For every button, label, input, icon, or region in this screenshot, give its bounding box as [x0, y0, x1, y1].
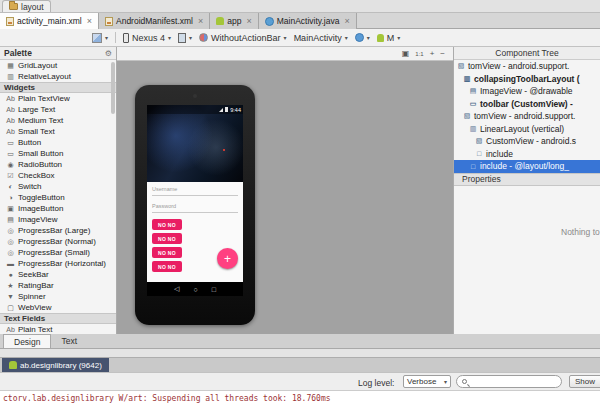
- log-level-select[interactable]: Verbose ▾: [403, 375, 451, 388]
- design-canvas: ▣ 1:1 + − 9:44: [117, 47, 453, 334]
- close-icon[interactable]: ×: [87, 16, 92, 26]
- palette-item-relativelayout[interactable]: ▥RelativeLayout: [0, 71, 116, 82]
- zoom-in-icon[interactable]: +: [430, 49, 435, 58]
- search-input[interactable]: [470, 377, 556, 386]
- chevron-down-icon: ▾: [345, 34, 348, 41]
- palette-item[interactable]: ▤ImageView: [0, 214, 116, 225]
- palette-item[interactable]: AbPlain TextView: [0, 93, 116, 104]
- close-icon[interactable]: ×: [198, 16, 203, 26]
- design-surface[interactable]: 9:44 Username Password NO NO NO NO NO NO…: [117, 61, 453, 334]
- activity-selector[interactable]: MainActivity ▾: [294, 33, 348, 43]
- gear-icon[interactable]: ⚙: [105, 49, 112, 58]
- tree-item[interactable]: ▥LinearLayout (vertical): [454, 123, 600, 136]
- chevron-down-icon: ▾: [105, 34, 108, 41]
- palette-scrollbar[interactable]: [111, 62, 115, 114]
- palette-item[interactable]: ☑CheckBox: [0, 170, 116, 181]
- splitter[interactable]: [0, 349, 600, 357]
- status-bar: 9:44: [147, 105, 243, 114]
- tree-item[interactable]: □include: [454, 148, 600, 161]
- palette-item[interactable]: ◑ToggleButton: [0, 192, 116, 203]
- palette-item[interactable]: ◉RadioButton: [0, 159, 116, 170]
- palette-item[interactable]: ◎ProgressBar (Large): [0, 225, 116, 236]
- view-icon: ▧: [457, 62, 465, 70]
- chevron-down-icon: ▾: [284, 34, 287, 41]
- palette-item[interactable]: ▢WebView: [0, 302, 116, 313]
- palette-item[interactable]: ◎ProgressBar (Normal): [0, 236, 116, 247]
- orientation-icon: [178, 33, 186, 43]
- design-toolbar: ▾ Nexus 4 ▾ ▾ WithoutActionBar ▾ MainAct…: [0, 29, 600, 47]
- render-options-selector[interactable]: ▾: [92, 33, 108, 43]
- password-field[interactable]: Password: [152, 203, 176, 209]
- palette-panel: Palette ⚙ ▦GridLayout ▥RelativeLayout Wi…: [0, 47, 117, 334]
- tab-android-manifest[interactable]: AndroidManifest.xml ×: [99, 13, 210, 29]
- device-screen[interactable]: 9:44 Username Password NO NO NO NO NO NO…: [147, 105, 243, 296]
- tree-item[interactable]: ▤ImageView - @drawable: [454, 85, 600, 98]
- class-file-icon: [265, 17, 274, 26]
- header-imageview[interactable]: [147, 105, 243, 182]
- tab-activity-main-xml[interactable]: activity_main.xml ×: [0, 13, 99, 29]
- tab-text[interactable]: Text: [51, 334, 87, 348]
- tab-app[interactable]: app ×: [210, 13, 258, 29]
- fab-button[interactable]: +: [217, 248, 238, 269]
- palette-item[interactable]: ▬ProgressBar (Horizontal): [0, 258, 116, 269]
- zoom-fit-icon[interactable]: ▣: [402, 49, 410, 58]
- widget-icon: ▤: [6, 216, 15, 224]
- no-button[interactable]: NO NO: [152, 261, 182, 272]
- view-icon: ▤: [469, 87, 477, 95]
- palette-section-widgets[interactable]: Widgets: [0, 82, 116, 93]
- device-selector[interactable]: Nexus 4 ▾: [123, 33, 171, 43]
- widget-icon: ▭: [6, 150, 15, 158]
- palette-item[interactable]: ◐Switch: [0, 181, 116, 192]
- palette-item[interactable]: ▭Button: [0, 137, 116, 148]
- palette-item[interactable]: ◎ProgressBar (Small): [0, 247, 116, 258]
- close-icon[interactable]: ×: [344, 16, 349, 26]
- tree-item[interactable]: ▥collapsingToolbarLayout (: [454, 73, 600, 86]
- android-icon: [216, 17, 224, 25]
- api-level-selector[interactable]: M ▾: [377, 33, 401, 43]
- close-icon[interactable]: ×: [246, 16, 251, 26]
- tree-item-selected[interactable]: □include - @layout/long_: [454, 160, 600, 173]
- artwork-highlight: [223, 149, 225, 151]
- tab-main-activity-java[interactable]: MainActivity.java ×: [259, 13, 357, 29]
- tree-item[interactable]: ▧tomView - android.support.: [454, 60, 600, 73]
- tree-item[interactable]: ▭toolbar (CustomView) -: [454, 98, 600, 111]
- palette-item[interactable]: AbMedium Text: [0, 115, 116, 126]
- palette-item[interactable]: AbSmall Text: [0, 126, 116, 137]
- field-underline: [152, 195, 238, 196]
- view-icon: □: [475, 150, 483, 157]
- no-button[interactable]: NO NO: [152, 247, 182, 258]
- palette-item[interactable]: ▣ImageButton: [0, 203, 116, 214]
- palette-item[interactable]: ▭Small Button: [0, 148, 116, 159]
- search-icon: [462, 379, 467, 384]
- username-field[interactable]: Username: [152, 186, 177, 192]
- tree-item[interactable]: ▧CustomView - android.s: [454, 135, 600, 148]
- theme-selector[interactable]: WithoutActionBar ▾: [199, 33, 287, 43]
- palette-item[interactable]: AbLarge Text: [0, 104, 116, 115]
- palette-title: Palette: [4, 48, 32, 58]
- zoom-actual-icon[interactable]: 1:1: [415, 51, 423, 57]
- show-button-label: Show: [575, 377, 595, 386]
- show-filter-button[interactable]: Show: [569, 375, 600, 388]
- device-preview[interactable]: 9:44 Username Password NO NO NO NO NO NO…: [135, 85, 255, 325]
- palette-item[interactable]: ●SeekBar: [0, 269, 116, 280]
- palette-item[interactable]: ★RatingBar: [0, 280, 116, 291]
- login-form: Username Password NO NO NO NO NO NO NO N…: [147, 182, 243, 282]
- no-button[interactable]: NO NO: [152, 233, 182, 244]
- palette-item-gridlayout[interactable]: ▦GridLayout: [0, 60, 116, 71]
- tree-item[interactable]: ▧tomView - android.support.: [454, 110, 600, 123]
- orientation-selector[interactable]: ▾: [178, 33, 192, 43]
- palette-header: Palette ⚙: [0, 47, 116, 60]
- view-icon: ▥: [469, 125, 477, 133]
- palette-item[interactable]: ▼Spinner: [0, 291, 116, 302]
- no-button[interactable]: NO NO: [152, 219, 182, 230]
- process-tab[interactable]: ab.designlibrary (9642): [2, 358, 109, 372]
- tab-design[interactable]: Design: [3, 334, 51, 348]
- editor-mode-tabs: Design Text: [0, 334, 600, 349]
- logcat-search[interactable]: [456, 375, 562, 388]
- locale-selector[interactable]: ▾: [355, 33, 370, 42]
- tab-layout[interactable]: layout: [2, 0, 51, 12]
- widget-icon: ▭: [6, 139, 15, 147]
- palette-item[interactable]: AbPlain Text: [0, 324, 116, 334]
- palette-section-text-fields[interactable]: Text Fields: [0, 313, 116, 324]
- zoom-out-icon[interactable]: −: [440, 49, 445, 58]
